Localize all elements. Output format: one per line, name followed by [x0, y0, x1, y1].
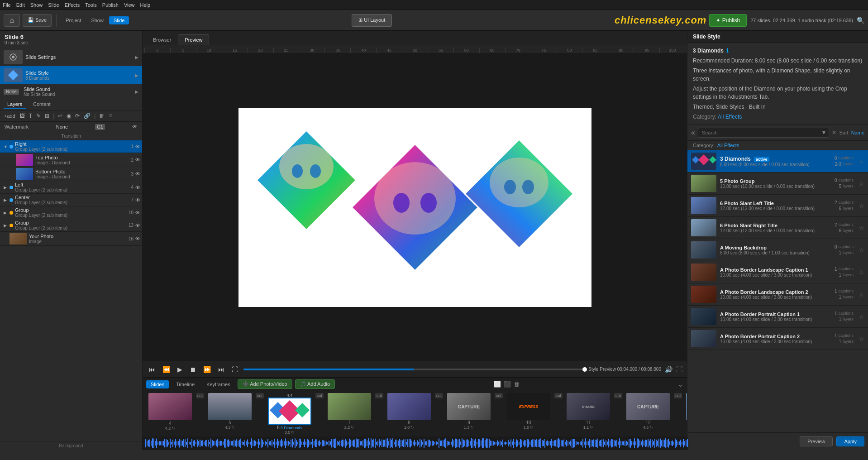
next-button[interactable]: ⏭: [216, 365, 226, 374]
menu-file[interactable]: File: [3, 2, 11, 8]
edit-layer-btn[interactable]: ✎: [35, 112, 42, 120]
6slantleft-star[interactable]: ☆: [859, 202, 864, 209]
slides-tab[interactable]: Slides: [146, 380, 169, 388]
grid-btn[interactable]: ⊞: [43, 112, 51, 120]
menu-view[interactable]: View: [124, 2, 135, 8]
rewind-button[interactable]: ⏮: [147, 365, 157, 374]
play-button[interactable]: ▶: [176, 365, 184, 374]
tab-slide[interactable]: Slide: [109, 16, 129, 24]
back-button[interactable]: ⏪: [161, 365, 172, 374]
right-expand-icon[interactable]: ▼: [4, 144, 8, 149]
text-layer-btn[interactable]: T: [28, 112, 33, 120]
menu-help[interactable]: Help: [140, 2, 151, 8]
progress-bar[interactable]: [243, 369, 585, 370]
slide-thumb-10[interactable]: EXPRESS: [507, 393, 550, 420]
slide-thumb-9[interactable]: CAPTURE: [447, 393, 491, 420]
search-clear-icon[interactable]: ✕: [832, 129, 836, 136]
search-down-icon[interactable]: ▼: [821, 129, 827, 136]
delete-layer-btn[interactable]: 🗑: [98, 112, 106, 120]
tab-project[interactable]: Project: [61, 16, 86, 24]
landscape1-star[interactable]: ☆: [859, 269, 864, 276]
top-photo-vis[interactable]: 👁: [135, 157, 140, 163]
stop-button[interactable]: ⏹: [188, 365, 198, 374]
forward-button[interactable]: ⏩: [201, 365, 213, 374]
slide-thumb-8[interactable]: [387, 393, 431, 420]
layer-center[interactable]: ▶ Center Group Layer (2 sub items) 7 👁: [0, 194, 142, 206]
style-item-movingbackdrop[interactable]: A Moving Backdrop 8.00 sec (8.00 sec sli…: [687, 239, 868, 261]
3diamonds-star[interactable]: ☆: [859, 158, 864, 165]
slide-thumb-5[interactable]: [208, 393, 252, 420]
slide-style-title-tab[interactable]: Slide Style: [693, 34, 720, 40]
style-item-6slantright[interactable]: 6 Photo Slant Right Title 12.00 sec (12.…: [687, 217, 868, 239]
search-icon[interactable]: 🔍: [857, 17, 864, 24]
tl-delete-icon[interactable]: 🗑: [514, 381, 520, 388]
landscape2-star[interactable]: ☆: [859, 291, 864, 298]
portrait1-star[interactable]: ☆: [859, 313, 864, 320]
style-item-portrait1[interactable]: A Photo Border Portrait Caption 1 10.00 …: [687, 306, 868, 328]
expand-icon[interactable]: ⛶: [676, 366, 682, 373]
style-item-landscape1[interactable]: A Photo Border Landscape Caption 1 10.00…: [687, 261, 868, 283]
add-audio-button[interactable]: 🎵 Add Audio: [295, 379, 335, 389]
preview-button[interactable]: Preview: [800, 436, 833, 446]
slide-thumb-6[interactable]: [268, 398, 311, 425]
group2-vis[interactable]: 👁: [135, 223, 140, 228]
slide-8-refresh[interactable]: ↻: [410, 425, 414, 430]
style-item-5photogroup[interactable]: 5 Photo Group 10.00 sec (10.00 sec slide…: [687, 172, 868, 195]
left-vis-icon[interactable]: 👁: [135, 185, 140, 190]
slide-thumb-4[interactable]: [148, 393, 192, 420]
slide-9-refresh[interactable]: ↻: [470, 425, 474, 430]
category-value[interactable]: All Effects: [718, 114, 742, 120]
undo-btn[interactable]: ↩: [57, 112, 64, 120]
fullscreen-button[interactable]: ⛶: [230, 365, 240, 374]
layer-left[interactable]: ▶ Left Group Layer (2 sub items) 4 👁: [0, 181, 142, 194]
menu-effects[interactable]: Effects: [65, 2, 80, 8]
link-btn[interactable]: 🔗: [82, 112, 92, 120]
tl-icon-1[interactable]: ⬜: [494, 381, 501, 388]
center-vis-icon[interactable]: 👁: [135, 197, 140, 203]
group2-expand-icon[interactable]: ▶: [4, 223, 8, 228]
slide-6-refresh[interactable]: ↻: [291, 430, 295, 435]
5photogroup-star[interactable]: ☆: [859, 180, 864, 187]
layer-your-photo[interactable]: Your Photo Image 16 👁: [0, 232, 142, 246]
slide-7-refresh[interactable]: ↻: [351, 425, 354, 430]
portrait2-star[interactable]: ☆: [859, 335, 864, 342]
slide-4-refresh[interactable]: ↻: [172, 426, 175, 431]
search-prev-btn[interactable]: «: [691, 129, 695, 137]
slide-thumb-12[interactable]: CAPTURE: [626, 393, 670, 420]
layer-group1[interactable]: ▶ Group Group Layer (2 sub items) 10 👁: [0, 206, 142, 219]
timeline-tab[interactable]: Timeline: [172, 380, 199, 388]
content-tab[interactable]: Content: [29, 101, 54, 109]
slide-10-refresh[interactable]: ↻: [530, 425, 534, 430]
apply-button[interactable]: Apply: [836, 436, 864, 446]
right-vis-icon[interactable]: 👁: [135, 144, 140, 149]
refresh-btn[interactable]: ⟳: [74, 112, 81, 120]
menu-publish[interactable]: Publish: [102, 2, 119, 8]
layer-top-photo[interactable]: Top Photo Image - Diamond 2 👁: [0, 153, 142, 167]
menu-tools[interactable]: Tools: [85, 2, 97, 8]
layer-visibility-icon[interactable]: 👁: [132, 124, 138, 130]
slide-12-refresh[interactable]: ↻: [649, 425, 653, 430]
search-input[interactable]: [698, 128, 830, 138]
save-button[interactable]: 💾 Save: [23, 14, 52, 27]
left-expand-icon[interactable]: ▶: [4, 185, 8, 190]
slide-thumb-13[interactable]: [686, 393, 687, 420]
add-layer-btn[interactable]: +add: [3, 112, 17, 120]
add-photo-button[interactable]: ➕ Add Photo/Video: [238, 379, 292, 389]
center-expand-icon[interactable]: ▶: [4, 198, 8, 202]
movingbackdrop-star[interactable]: ☆: [859, 247, 864, 254]
preview-tab[interactable]: Preview: [178, 34, 209, 45]
menu-edit[interactable]: Edit: [16, 2, 25, 8]
slide-settings-row[interactable]: Slide Settings ▶: [0, 48, 142, 66]
layers-tab[interactable]: Layers: [4, 101, 26, 109]
style-item-portrait2[interactable]: A Photo Border Portrait Caption 2 10.00 …: [687, 328, 868, 350]
layer-right[interactable]: ▼ Right Group Layer (2 sub items) 1 👁: [0, 140, 142, 153]
progress-handle[interactable]: [582, 367, 587, 372]
your-photo-vis[interactable]: 👁: [135, 236, 140, 241]
layer-bottom-photo[interactable]: Bottom Photo Image - Diamond 3 👁: [0, 167, 142, 181]
slide-thumb-7[interactable]: [328, 393, 371, 420]
group1-expand-icon[interactable]: ▶: [4, 211, 8, 215]
tab-show[interactable]: Show: [86, 16, 108, 24]
sort-value[interactable]: Name: [851, 130, 864, 135]
browser-tab[interactable]: Browser: [146, 34, 178, 45]
menu-layers-btn[interactable]: ≡: [107, 112, 113, 120]
